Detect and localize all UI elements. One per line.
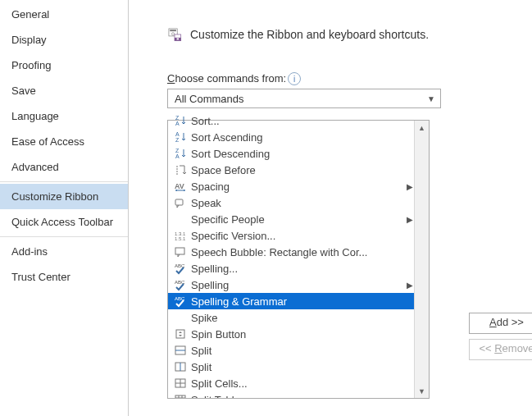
command-label: Sort Descending xyxy=(191,148,406,160)
command-label: Split Table xyxy=(191,394,406,399)
customize-ribbon-icon xyxy=(167,28,182,41)
combo-value: All Commands xyxy=(175,93,244,105)
speak-icon xyxy=(173,196,188,209)
nav-item-quick-access-toolbar[interactable]: Quick Access Toolbar xyxy=(0,209,128,235)
command-item[interactable]: ABCSpelling... xyxy=(168,260,414,277)
info-icon[interactable]: i xyxy=(288,72,301,85)
command-item[interactable]: Split Table xyxy=(168,391,414,398)
command-item[interactable]: Spike xyxy=(168,309,414,326)
command-label: Spelling xyxy=(191,279,406,291)
svg-text:A: A xyxy=(175,153,180,159)
scroll-down-icon[interactable]: ▼ xyxy=(415,384,429,398)
svg-rect-1 xyxy=(170,30,176,31)
command-label: Sort... xyxy=(191,115,406,127)
command-item[interactable]: Space Before xyxy=(168,162,414,178)
blank-icon xyxy=(173,213,188,226)
table-icon xyxy=(173,393,188,398)
blank-icon xyxy=(173,311,188,324)
command-label: Split xyxy=(191,345,406,357)
sort-za-icon: ZA xyxy=(173,147,188,160)
svg-text:1.5.1: 1.5.1 xyxy=(175,236,186,241)
svg-text:A: A xyxy=(175,121,180,126)
command-item[interactable]: AVSpacing▶ xyxy=(168,178,414,194)
command-item[interactable]: AZSort Ascending xyxy=(168,129,414,145)
command-label: Spin Button xyxy=(191,328,406,341)
nav-item-language[interactable]: Language xyxy=(0,103,128,129)
nav-item-ease-of-access[interactable]: Ease of Access xyxy=(0,129,128,154)
submenu-indicator-icon: ▶ xyxy=(406,182,414,191)
command-label: Spelling... xyxy=(191,263,406,275)
command-label: Sort Ascending xyxy=(191,131,406,144)
commands-listbox[interactable]: ZASort...AZSort AscendingZASort Descendi… xyxy=(167,120,430,399)
split-v-icon xyxy=(173,360,188,373)
nav-item-customize-ribbon[interactable]: Customize Ribbon xyxy=(0,184,128,209)
command-item[interactable]: ABCSpelling▶ xyxy=(168,277,414,293)
scrollbar[interactable]: ▲ ▼ xyxy=(414,121,429,398)
submenu-indicator-icon: ▶ xyxy=(406,215,414,224)
nav-item-proofing[interactable]: Proofing xyxy=(0,53,128,78)
svg-text:A: A xyxy=(175,131,180,137)
svg-text:Z: Z xyxy=(175,137,180,143)
scroll-track[interactable] xyxy=(415,135,429,384)
nav-item-display[interactable]: Display xyxy=(0,27,128,53)
cells-icon xyxy=(173,377,188,390)
sort-za-icon: ZA xyxy=(173,114,188,127)
command-item[interactable]: Speak xyxy=(168,194,414,211)
svg-point-2 xyxy=(171,33,174,35)
choose-commands-label: Choose commands from:i xyxy=(167,72,532,85)
nav-separator xyxy=(0,181,128,182)
scroll-up-icon[interactable]: ▲ xyxy=(415,121,429,135)
svg-rect-13 xyxy=(175,199,183,205)
command-item[interactable]: ABCSpelling & Grammar xyxy=(168,293,414,309)
command-item[interactable]: Specific People▶ xyxy=(168,211,414,227)
command-label: Speech Bubble: Rectangle with Cor... xyxy=(191,246,406,258)
command-label: Space Before xyxy=(191,164,406,176)
abc-check-icon: ABC xyxy=(173,262,188,275)
command-label: Specific People xyxy=(191,213,406,226)
abc-check-icon: ABC xyxy=(173,278,188,291)
panel-header: Customize the Ribbon and keyboard shortc… xyxy=(167,15,532,54)
command-label: Specific Version... xyxy=(191,230,406,242)
command-label: Split Cells... xyxy=(191,377,406,390)
svg-rect-16 xyxy=(175,248,184,254)
command-label: Speak xyxy=(191,197,406,209)
nav-separator xyxy=(0,236,128,237)
svg-rect-5 xyxy=(177,39,180,40)
panel-title: Customize the Ribbon and keyboard shortc… xyxy=(190,28,429,41)
abc-check-icon: ABC xyxy=(173,295,188,308)
remove-button: << Remove xyxy=(469,339,532,360)
command-item[interactable]: Speech Bubble: Rectangle with Cor... xyxy=(168,244,414,260)
command-item[interactable]: ZASort Descending xyxy=(168,145,414,162)
submenu-indicator-icon: ▶ xyxy=(406,281,414,290)
para-icon xyxy=(173,163,188,176)
svg-text:AV: AV xyxy=(175,182,184,190)
spin-icon xyxy=(173,327,188,341)
sort-az-icon: AZ xyxy=(173,130,188,144)
choose-commands-combo[interactable]: All Commands ▼ xyxy=(167,89,441,108)
add-button[interactable]: Add >> xyxy=(469,313,532,334)
customize-ribbon-panel: Customize the Ribbon and keyboard shortc… xyxy=(149,0,532,416)
split-h-icon xyxy=(173,344,188,357)
ver-icon: 1.3.11.5.1 xyxy=(173,229,188,242)
command-item[interactable]: Spin Button xyxy=(168,326,414,342)
nav-item-save[interactable]: Save xyxy=(0,78,128,103)
command-item[interactable]: 1.3.11.5.1Specific Version... xyxy=(168,227,414,244)
nav-item-trust-center[interactable]: Trust Center xyxy=(0,264,128,290)
chevron-down-icon: ▼ xyxy=(427,94,435,103)
svg-text:Z: Z xyxy=(175,115,180,121)
command-label: Spelling & Grammar xyxy=(191,295,406,308)
nav-item-add-ins[interactable]: Add-ins xyxy=(0,239,128,264)
command-item[interactable]: Split Cells... xyxy=(168,375,414,391)
command-item[interactable]: Split xyxy=(168,359,414,375)
command-label: Spacing xyxy=(191,181,406,193)
nav-item-general[interactable]: General xyxy=(0,2,128,27)
command-item[interactable]: ZASort... xyxy=(168,112,414,129)
command-label: Spike xyxy=(191,312,406,324)
command-label: Split xyxy=(191,361,406,373)
svg-text:Z: Z xyxy=(175,148,180,153)
nav-item-advanced[interactable]: Advanced xyxy=(0,154,128,180)
av-icon: AV xyxy=(173,180,188,193)
svg-rect-20 xyxy=(176,330,184,338)
options-nav: GeneralDisplayProofingSaveLanguageEase o… xyxy=(0,0,129,416)
command-item[interactable]: Split xyxy=(168,342,414,359)
